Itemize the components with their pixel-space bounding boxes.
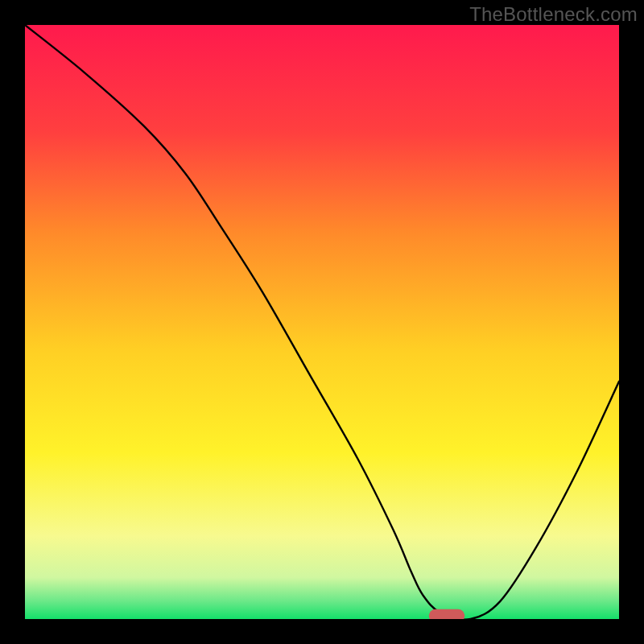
- chart-frame: [25, 25, 619, 619]
- chart-background-gradient: [25, 25, 619, 619]
- optimal-marker: [429, 609, 464, 619]
- bottleneck-chart: [25, 25, 619, 619]
- watermark-text: TheBottleneck.com: [469, 3, 638, 26]
